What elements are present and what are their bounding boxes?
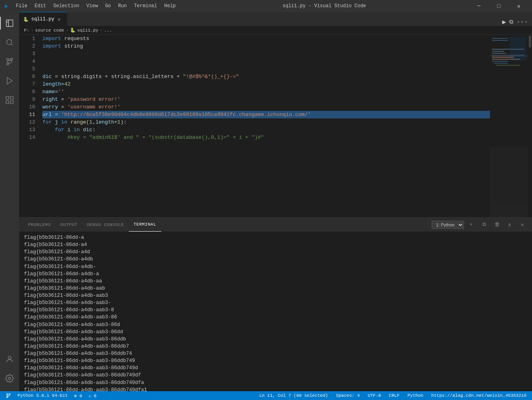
code-line-6: dic = string.digits + string.ascii_lette… xyxy=(42,73,490,80)
status-branch[interactable] xyxy=(4,393,13,398)
terminal-line-8: flag{b5b36121-86dd-a4db-aab xyxy=(24,285,527,292)
svg-rect-17 xyxy=(492,53,506,54)
activity-search[interactable] xyxy=(0,33,19,52)
svg-rect-16 xyxy=(492,51,504,52)
svg-rect-25 xyxy=(510,37,526,61)
code-line-11: url = 'http://6ca5f38e90d04c4db0e9806d61… xyxy=(42,111,490,118)
panel-tabs: PROBLEMS OUTPUT DEBUG CONSOLE TERMINAL 1… xyxy=(19,218,532,232)
activity-bar-bottom xyxy=(0,350,19,391)
code-editor[interactable]: import requests import string dic = stri… xyxy=(39,35,490,217)
terminal-line-21: flag{b5b36121-86dd-a4db-aab3-86ddb749dfa xyxy=(24,379,527,386)
status-bar: Python 3.8.1 64-bit ⊗ 0 ⚠ 0 Ln 11, Col 7… xyxy=(0,391,532,400)
run-button[interactable]: ▶ xyxy=(502,18,506,26)
activity-source-control[interactable] xyxy=(0,52,19,71)
title-bar-left: ◈ File Edit Selection View Go Run Termin… xyxy=(4,2,179,10)
scrollbar-thumb[interactable] xyxy=(529,36,531,48)
tab-sqli1py[interactable]: 🐍 sqli1.py ✕ xyxy=(19,12,67,26)
svg-point-10 xyxy=(8,356,11,359)
breadcrumb-drive[interactable]: F: xyxy=(24,28,29,33)
terminal-line-20: flag{b5b36121-86dd-a4db-aab3-86ddb749df xyxy=(24,372,527,379)
status-encoding[interactable]: UTF-8 xyxy=(366,393,382,398)
menu-view[interactable]: View xyxy=(83,2,101,10)
terminal-line-11: flag{b5b36121-86dd-a4db-aab3-8 xyxy=(24,306,527,314)
tab-output[interactable]: OUTPUT xyxy=(56,218,82,232)
more-actions-button[interactable]: ··· xyxy=(516,18,528,26)
terminal-line-2: flag{b5b36121-86dd-a4 xyxy=(24,241,527,248)
menu-go[interactable]: Go xyxy=(102,2,114,10)
svg-marker-5 xyxy=(7,78,12,84)
status-position[interactable]: Ln 11, Col 7 (80 selected) xyxy=(258,393,330,398)
svg-point-11 xyxy=(8,377,11,380)
menu-file[interactable]: File xyxy=(13,2,31,10)
activity-extensions[interactable] xyxy=(0,90,19,110)
terminal-line-22: flag{b5b36121-86dd-a4db-aab3-86ddb749dfa… xyxy=(24,386,527,391)
tab-debug-console[interactable]: DEBUG CONSOLE xyxy=(82,218,128,232)
menu-terminal[interactable]: Terminal xyxy=(131,2,160,10)
close-button[interactable]: ✕ xyxy=(510,0,528,12)
tab-close-button[interactable]: ✕ xyxy=(57,16,62,23)
activity-explorer[interactable] xyxy=(0,14,19,33)
window-title: sqli1.py - Visual Studio Code xyxy=(282,3,366,9)
maximize-button[interactable]: □ xyxy=(490,0,508,12)
svg-rect-8 xyxy=(6,101,9,104)
panel-collapse-button[interactable]: ∧ xyxy=(504,219,515,230)
tab-problems[interactable]: PROBLEMS xyxy=(23,218,56,232)
tab-label: sqli1.py xyxy=(31,16,54,22)
svg-point-26 xyxy=(6,394,8,395)
tab-terminal[interactable]: TERMINAL xyxy=(129,218,161,232)
minimap xyxy=(490,35,528,217)
menu-bar: File Edit Selection View Go Run Terminal… xyxy=(13,2,179,10)
status-link[interactable]: https://alag.cdn.net/weixin_45353216 xyxy=(430,393,528,398)
status-language[interactable]: Python xyxy=(406,393,425,398)
code-line-3 xyxy=(42,50,490,58)
menu-run[interactable]: Run xyxy=(115,2,130,10)
status-spaces[interactable]: Spaces: 4 xyxy=(334,393,361,398)
svg-rect-14 xyxy=(492,40,508,41)
split-terminal-button[interactable]: ⧉ xyxy=(478,219,490,230)
terminal-line-6: flag{b5b36121-86dd-a4db-a xyxy=(24,270,527,278)
svg-rect-9 xyxy=(10,101,13,104)
status-errors[interactable]: ⊗ 0 xyxy=(72,393,84,398)
breadcrumb-file[interactable]: sqli1.py xyxy=(77,28,98,33)
code-line-13: for i in dic: xyxy=(42,126,490,134)
svg-rect-13 xyxy=(492,38,508,39)
panel-area: PROBLEMS OUTPUT DEBUG CONSOLE TERMINAL 1… xyxy=(19,217,532,391)
status-line-ending[interactable]: CRLF xyxy=(387,393,401,398)
kill-terminal-button[interactable]: 🗑 xyxy=(491,219,502,230)
panel-close-button[interactable]: ✕ xyxy=(517,219,528,230)
new-terminal-button[interactable]: + xyxy=(466,219,477,230)
terminal-line-9: flag{b5b36121-86dd-a4db-aab3 xyxy=(24,292,527,299)
breadcrumb-symbol[interactable]: ... xyxy=(104,28,112,33)
terminal-line-13: flag{b5b36121-86dd-a4db-aab3-86d xyxy=(24,321,527,328)
minimize-button[interactable]: ─ xyxy=(470,0,488,12)
status-warnings[interactable]: ⚠ 0 xyxy=(87,393,98,398)
terminal-content[interactable]: flag{b5b36121-86dd-a flag{b5b36121-86dd-… xyxy=(19,232,532,391)
menu-help[interactable]: Help xyxy=(161,2,179,10)
breadcrumb-file-icon: 🐍 xyxy=(70,28,76,33)
terminal-selector[interactable]: 1: Python xyxy=(432,221,464,229)
terminal-line-4: flag{b5b36121-86dd-a4db xyxy=(24,256,527,263)
main-layout: 🐍 sqli1.py ✕ ▶ ⧉ ··· F: › source code › … xyxy=(0,12,532,391)
menu-edit[interactable]: Edit xyxy=(31,2,49,10)
vertical-scrollbar[interactable] xyxy=(528,35,532,217)
terminal-line-18: flag{b5b36121-86dd-a4db-aab3-86ddb749 xyxy=(24,357,527,364)
terminal-line-1: flag{b5b36121-86dd-a xyxy=(24,234,527,241)
terminal-line-7: flag{b5b36121-86dd-a4db-aa xyxy=(24,278,527,285)
svg-point-2 xyxy=(7,58,9,61)
svg-rect-22 xyxy=(494,63,508,64)
terminal-line-16: flag{b5b36121-86dd-a4db-aab3-86ddb7 xyxy=(24,343,527,350)
activity-account[interactable] xyxy=(0,350,19,369)
activity-settings[interactable] xyxy=(0,369,19,388)
activity-bar xyxy=(0,12,19,391)
breadcrumb-folder[interactable]: source code xyxy=(35,28,64,33)
svg-rect-0 xyxy=(6,20,13,27)
menu-selection[interactable]: Selection xyxy=(50,2,82,10)
terminal-line-3: flag{b5b36121-86dd-a4d xyxy=(24,248,527,256)
code-line-12: for j in range(1,length+1): xyxy=(42,118,490,126)
split-editor-button[interactable]: ⧉ xyxy=(509,19,513,25)
status-python[interactable]: Python 3.8.1 64-bit xyxy=(16,393,69,398)
activity-run-debug[interactable] xyxy=(0,71,19,90)
status-left: Python 3.8.1 64-bit ⊗ 0 ⚠ 0 xyxy=(4,393,98,398)
code-line-4 xyxy=(42,58,490,65)
terminal-line-5: flag{b5b36121-86dd-a4db- xyxy=(24,263,527,270)
